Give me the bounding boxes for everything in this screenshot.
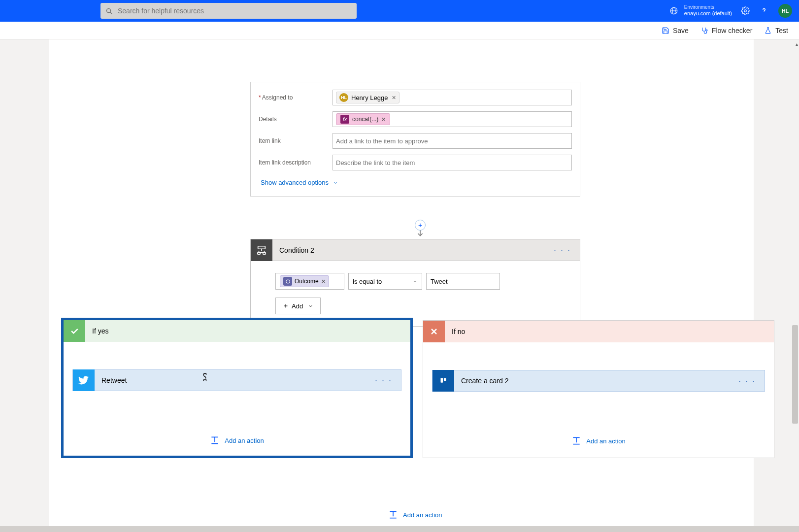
svg-rect-21 bbox=[444, 378, 446, 381]
plus-icon bbox=[283, 303, 289, 309]
arrow-down-icon bbox=[415, 230, 426, 237]
item-link-field[interactable] bbox=[333, 133, 572, 149]
save-command[interactable]: Save bbox=[662, 27, 689, 34]
condition-title: Condition 2 bbox=[272, 246, 545, 254]
environment-label: Environments bbox=[684, 4, 732, 10]
user-avatar[interactable]: HL bbox=[778, 4, 792, 18]
taskbar bbox=[0, 526, 799, 532]
twitter-icon bbox=[78, 375, 89, 386]
outcome-token[interactable]: Outcome ✕ bbox=[280, 275, 329, 287]
environment-picker[interactable]: Environments enayu.com (default) bbox=[669, 4, 732, 17]
assigned-to-label: *Assigned to bbox=[259, 94, 333, 101]
if-no-title: If no bbox=[445, 328, 465, 335]
outcome-token-text: Outcome bbox=[295, 278, 319, 285]
condition-menu[interactable]: · · · bbox=[545, 245, 580, 255]
chevron-down-icon bbox=[333, 180, 338, 186]
person-avatar-icon: HL bbox=[339, 93, 348, 102]
environment-value: enayu.com (default) bbox=[684, 10, 732, 17]
if-no-icon-box bbox=[423, 321, 445, 342]
flask-icon bbox=[764, 27, 772, 34]
twitter-icon-box bbox=[73, 369, 95, 391]
trello-icon-box bbox=[433, 370, 454, 392]
gear-icon bbox=[741, 6, 750, 15]
svg-rect-19 bbox=[439, 377, 448, 385]
settings-button[interactable] bbox=[741, 6, 750, 15]
condition-left-field[interactable]: Outcome ✕ bbox=[275, 273, 344, 290]
details-field[interactable]: fx concat(...) ✕ bbox=[333, 111, 572, 127]
if-yes-title: If yes bbox=[85, 327, 108, 335]
if-yes-header[interactable]: If yes bbox=[64, 320, 410, 342]
scrollbar-track[interactable]: ▴ bbox=[791, 39, 799, 532]
fx-icon: fx bbox=[340, 115, 349, 124]
retweet-title: Retweet bbox=[95, 376, 366, 384]
save-label: Save bbox=[673, 27, 689, 34]
item-link-input[interactable] bbox=[336, 137, 568, 145]
help-icon bbox=[760, 6, 768, 15]
if-no-branch: If no Create a card 2 · · · Add an actio… bbox=[423, 320, 774, 458]
fx-text: concat(...) bbox=[352, 116, 378, 123]
retweet-action[interactable]: Retweet · · · bbox=[72, 369, 401, 391]
if-no-header[interactable]: If no bbox=[423, 321, 774, 342]
svg-point-4 bbox=[744, 10, 747, 12]
flow-checker-command[interactable]: Flow checker bbox=[700, 27, 752, 34]
person-token[interactable]: HL Henry Legge ✕ bbox=[336, 92, 400, 103]
remove-person-icon[interactable]: ✕ bbox=[392, 95, 396, 101]
remove-outcome-icon[interactable]: ✕ bbox=[321, 278, 326, 285]
scrollbar-thumb[interactable] bbox=[792, 325, 798, 424]
test-label: Test bbox=[775, 27, 788, 34]
approval-step: *Assigned to HL Henry Legge ✕ Details fx… bbox=[250, 82, 580, 197]
svg-rect-20 bbox=[441, 378, 443, 383]
fx-token[interactable]: fx concat(...) ✕ bbox=[336, 113, 390, 125]
condition-header[interactable]: Condition 2 · · · bbox=[251, 239, 580, 261]
svg-point-11 bbox=[286, 279, 289, 283]
search-box[interactable] bbox=[100, 3, 357, 19]
add-action-yes[interactable]: Add an action bbox=[64, 435, 410, 445]
svg-point-6 bbox=[706, 30, 707, 31]
condition-row: Outcome ✕ is equal to Tweet bbox=[275, 273, 555, 290]
add-action-icon bbox=[571, 436, 581, 446]
assigned-to-field[interactable]: HL Henry Legge ✕ bbox=[333, 90, 572, 105]
chevron-down-icon bbox=[308, 303, 313, 309]
insert-step-button[interactable]: + bbox=[415, 220, 426, 231]
if-yes-branch: If yes Retweet · · · Add an action bbox=[61, 318, 413, 458]
chevron-down-icon bbox=[412, 279, 418, 284]
item-link-desc-input[interactable] bbox=[336, 159, 568, 166]
condition-step: Condition 2 · · · Outcome ✕ is equal to bbox=[250, 239, 580, 327]
svg-point-0 bbox=[107, 8, 111, 12]
retweet-menu[interactable]: · · · bbox=[366, 375, 401, 386]
condition-icon bbox=[256, 245, 267, 256]
add-action-no[interactable]: Add an action bbox=[423, 436, 774, 446]
check-icon bbox=[69, 326, 79, 336]
create-card-menu[interactable]: · · · bbox=[730, 376, 765, 386]
condition-operator[interactable]: is equal to bbox=[348, 273, 422, 290]
condition-value-field[interactable]: Tweet bbox=[426, 273, 500, 290]
svg-rect-8 bbox=[258, 246, 266, 249]
item-link-desc-field[interactable] bbox=[333, 155, 572, 170]
add-action-icon bbox=[388, 510, 398, 520]
condition-icon-box bbox=[251, 239, 272, 261]
environment-icon bbox=[669, 6, 678, 15]
help-button[interactable] bbox=[760, 6, 768, 15]
show-advanced-options[interactable]: Show advanced options bbox=[261, 179, 572, 186]
search-input[interactable] bbox=[118, 7, 352, 15]
create-card-title: Create a card 2 bbox=[454, 377, 730, 385]
remove-fx-icon[interactable]: ✕ bbox=[381, 116, 386, 123]
if-yes-icon-box bbox=[64, 320, 85, 342]
details-label: Details bbox=[259, 116, 333, 123]
trello-icon bbox=[438, 375, 449, 386]
command-bar: Save Flow checker Test bbox=[0, 22, 799, 39]
test-command[interactable]: Test bbox=[764, 27, 788, 34]
outcome-token-icon bbox=[283, 277, 292, 286]
stethoscope-icon bbox=[700, 27, 708, 34]
flow-checker-label: Flow checker bbox=[712, 27, 752, 34]
item-link-desc-label: Item link description bbox=[259, 159, 333, 166]
add-condition-button[interactable]: Add bbox=[275, 298, 321, 314]
save-icon bbox=[662, 27, 669, 34]
add-action-icon bbox=[210, 435, 220, 445]
svg-line-1 bbox=[110, 12, 112, 13]
scroll-up-arrow[interactable]: ▴ bbox=[796, 41, 798, 47]
add-action-bottom[interactable]: Add an action bbox=[388, 510, 442, 520]
search-icon bbox=[105, 7, 113, 15]
create-card-action[interactable]: Create a card 2 · · · bbox=[432, 370, 765, 392]
person-name: Henry Legge bbox=[351, 94, 388, 101]
